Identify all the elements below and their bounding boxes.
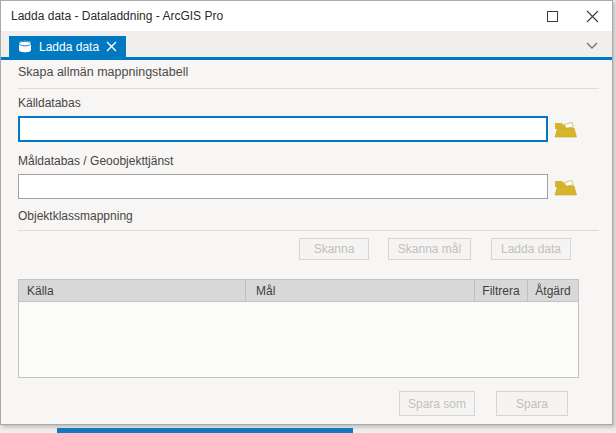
source-browse-button[interactable] [552,118,578,140]
mapping-table: Källa Mål Filtrera Åtgärd [18,279,579,378]
folder-icon [554,178,577,197]
folder-icon [554,120,577,139]
tab-label: Ladda data [39,40,99,54]
tab-ladda-data[interactable]: Ladda data [9,36,126,57]
load-data-dialog: Ladda data - Dataladdning - ArcGIS Pro [0,0,613,425]
table-header-row: Källa Mål Filtrera Åtgärd [19,280,578,302]
close-button[interactable] [572,1,612,31]
screen: Ladda data - Dataladdning - ArcGIS Pro [0,0,616,433]
close-icon [586,10,599,23]
window-controls [532,1,612,31]
scan-target-button[interactable]: Skanna mål [388,238,471,260]
tab-close-icon[interactable] [106,41,117,52]
column-header-mal[interactable]: Mål [245,280,474,301]
load-data-button[interactable]: Ladda data [491,238,571,260]
column-header-filtrera[interactable]: Filtrera [474,280,527,301]
background-window-edge [57,428,353,433]
database-icon [18,40,32,53]
target-db-input[interactable] [18,174,548,199]
tab-accent-underline [1,57,612,60]
column-header-atgard[interactable]: Åtgärd [527,280,578,301]
save-button[interactable]: Spara [496,391,568,416]
scan-button[interactable]: Skanna [299,238,369,260]
maximize-icon [547,11,558,22]
titlebar[interactable]: Ladda data - Dataladdning - ArcGIS Pro [1,1,612,31]
save-as-button[interactable]: Spara som [399,391,475,416]
panel-heading: Skapa allmän mappningstabell [18,65,188,79]
target-browse-button[interactable] [552,176,578,198]
target-db-label: Måldatabas / Geoobjekttjänst [18,154,173,168]
divider [18,230,599,231]
chevron-down-icon[interactable] [584,39,600,53]
source-db-label: Källdatabas [18,96,81,110]
mapping-table-body[interactable] [19,302,578,378]
column-header-kalla[interactable]: Källa [19,280,245,301]
maximize-button[interactable] [532,1,572,31]
divider [18,88,599,89]
window-title: Ladda data - Dataladdning - ArcGIS Pro [11,9,223,23]
source-db-input[interactable] [18,116,548,142]
mapping-heading: Objektklassmappning [18,209,133,223]
